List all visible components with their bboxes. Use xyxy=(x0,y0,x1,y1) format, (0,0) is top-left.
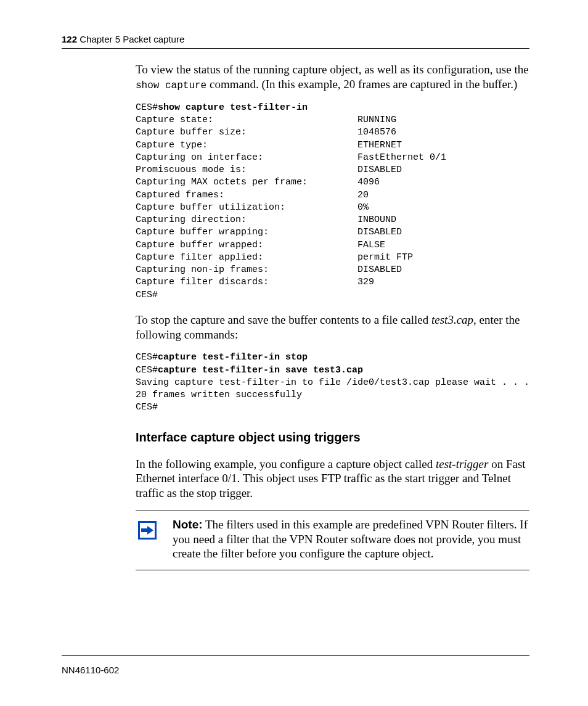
note-box: Note: The filters used in this example a… xyxy=(136,511,529,570)
paragraph-2: To stop the capture and save the buffer … xyxy=(136,313,529,342)
note-text: Note: The filters used in this example a… xyxy=(173,517,529,561)
page-footer: NN46110-602 xyxy=(62,655,529,675)
page-header: 122 Chapter 5 Packet capture xyxy=(62,34,529,49)
code-block-stop-save: CES#capture test-filter-in stop CES#capt… xyxy=(136,351,529,414)
object-name: test-trigger xyxy=(436,458,489,470)
section-heading: Interface capture object using triggers xyxy=(136,430,529,445)
svg-marker-0 xyxy=(141,526,153,535)
document-page: 122 Chapter 5 Packet capture To view the… xyxy=(0,0,588,706)
page-content: To view the status of the running captur… xyxy=(136,62,529,570)
text: To view the status of the running captur… xyxy=(136,63,529,76)
arrow-icon xyxy=(138,521,157,540)
note-label: Note: xyxy=(173,518,203,531)
code-block-show-capture: CES#show capture test-filter-in Capture … xyxy=(136,102,529,302)
paragraph-1: To view the status of the running captur… xyxy=(136,62,529,92)
paragraph-3: In the following example, you configure … xyxy=(136,457,529,501)
note-body: The filters used in this example are pre… xyxy=(173,518,528,560)
chapter-title: Chapter 5 Packet capture xyxy=(80,34,184,44)
text: To stop the capture and save the buffer … xyxy=(136,313,431,326)
page-number: 122 xyxy=(62,34,77,44)
inline-command: show capture xyxy=(136,80,206,91)
text: In the following example, you configure … xyxy=(136,458,436,470)
text: command. (In this example, 20 frames are… xyxy=(206,78,517,91)
filename: test3.cap xyxy=(431,313,473,326)
